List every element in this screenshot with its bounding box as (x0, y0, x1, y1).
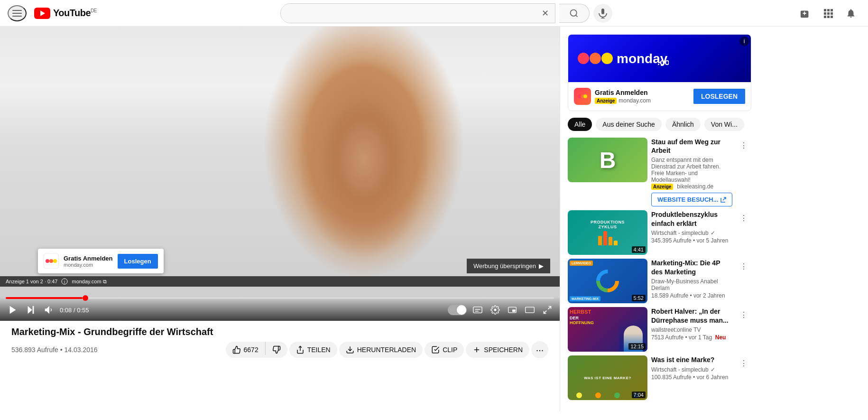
header-right (796, 4, 860, 23)
video-actions: 6672 TEILEN HERUNTERLADEN (226, 341, 548, 358)
sidebar-video-title-0: Stau auf dem Weg zur Arbeit (651, 138, 732, 155)
like-dislike-group: 6672 (226, 342, 287, 358)
sidebar-video-item-2[interactable]: LERNVIDEO MARKETING-MIX 5:52 Marketing-M… (568, 259, 751, 303)
sidebar-ad: i monday .com (568, 34, 751, 111)
thumb-bg-0: B (568, 138, 647, 182)
svg-rect-32 (526, 307, 535, 313)
fullscreen-button[interactable] (541, 303, 554, 317)
sidebar-more-btn-3[interactable]: ⋮ (736, 307, 751, 322)
skip-ad-text: Werbung überspringen (473, 262, 536, 270)
svg-rect-1 (12, 13, 22, 14)
clip-label: CLIP (443, 346, 457, 354)
sidebar-ad-badge: Anzeige (595, 98, 617, 104)
like-count: 6672 (244, 346, 259, 354)
apps-button[interactable] (819, 4, 838, 23)
youtube-logo[interactable]: YouTubeDE (34, 8, 97, 19)
share-button[interactable]: TEILEN (289, 342, 337, 358)
sidebar-more-btn-2[interactable]: ⋮ (736, 259, 751, 274)
svg-rect-13 (831, 12, 833, 15)
theater-mode-button[interactable] (523, 304, 537, 316)
sidebar-video-item-0[interactable]: B Stau auf dem Weg zur Arbeit Ganz entsp… (568, 138, 751, 206)
thumb-marketing-badge: MARKETING-MIX (570, 296, 600, 301)
svg-rect-0 (12, 10, 22, 11)
filter-chevron-button[interactable]: › (748, 117, 751, 132)
filter-tabs: Alle Aus deiner Suche Ähnlich Von Wi... … (568, 117, 751, 132)
miniplayer-button[interactable] (506, 304, 519, 316)
svg-rect-5 (601, 9, 604, 14)
video-title: Marketing-Mix - Grundbegriffe der Wirtsc… (11, 327, 548, 337)
sidebar-video-item-1[interactable]: PRODUKTIONSZYKLUS 4:41 Produktlebenszykl… (568, 210, 751, 255)
thumb-text-4: WAS IST EINE MARKE? (582, 374, 633, 382)
svg-rect-27 (473, 307, 482, 313)
website-visit-button-0[interactable]: WEBSITE BESUCH... (651, 193, 732, 206)
filter-from[interactable]: Von Wi... (704, 118, 744, 131)
ad-banner-info-icon[interactable]: i (739, 37, 749, 46)
download-button[interactable]: HERUNTERLADEN (339, 342, 423, 358)
sidebar-more-btn-4[interactable]: ⋮ (736, 355, 751, 371)
monday-banner-logo: monday .com (574, 44, 669, 73)
hamburger-button[interactable] (8, 5, 27, 21)
sidebar-thumb-2: LERNVIDEO MARKETING-MIX 5:52 (568, 259, 647, 303)
info-icon: i (61, 278, 68, 285)
external-link-icon (720, 197, 726, 203)
video-meta: 536.893 Aufrufe • 14.03.2016 6672 (11, 341, 548, 358)
clip-button[interactable]: CLIP (425, 342, 464, 358)
channel-name-4: Wirtschaft - simpleclub (651, 366, 709, 373)
ad-domain: monday.com (64, 262, 113, 268)
sidebar-video-title-1: Produktlebenszyklus einfach erklärt (651, 210, 732, 227)
dislike-button[interactable] (266, 342, 287, 358)
skip-ad-arrow: ▶ (539, 262, 544, 270)
video-player[interactable]: Gratis Anmelden monday.com Loslegen Werb… (0, 27, 560, 321)
svg-line-33 (548, 307, 551, 309)
svg-point-3 (571, 9, 577, 16)
autoplay-toggle[interactable] (448, 305, 467, 315)
skip-ad-button[interactable]: Werbung überspringen ▶ (467, 259, 550, 273)
sidebar-video-stats-3: 7513 Aufrufe • vor 1 Tag Neu (651, 334, 732, 341)
video-ad-overlay: Gratis Anmelden monday.com Loslegen (38, 249, 164, 273)
dislike-icon (272, 345, 281, 354)
toggle-thumb (457, 305, 466, 315)
thumb-icons-1 (598, 231, 618, 245)
progress-dot (83, 295, 88, 301)
svg-marker-23 (10, 306, 16, 314)
settings-button[interactable] (489, 303, 502, 317)
clip-icon (431, 345, 440, 354)
sidebar-video-item-4[interactable]: WAS IST EINE MARKE? 7:04 Was ist eine Ma… (568, 355, 751, 400)
filter-search[interactable]: Aus deiner Suche (596, 118, 662, 131)
search-clear-button[interactable]: ✕ (536, 4, 555, 23)
play-button[interactable] (6, 303, 20, 317)
sidebar-more-btn-0[interactable]: ⋮ (736, 138, 751, 153)
like-button[interactable]: 6672 (226, 342, 265, 358)
save-button[interactable]: SPEICHERN (466, 342, 529, 358)
sidebar-ad-left: Gratis Anmelden Anzeige monday.com (574, 88, 651, 105)
filter-all[interactable]: Alle (568, 118, 592, 131)
sidebar-video-meta-1: Produktlebenszyklus einfach erklärt Wirt… (651, 210, 732, 255)
sidebar-duration-2: 5:52 (632, 295, 646, 301)
search-bar: marketing ✕ (280, 3, 555, 23)
sidebar-duration-1: 4:41 (632, 246, 646, 253)
ad-loslegen-button[interactable]: Loslegen (118, 254, 158, 269)
volume-button[interactable] (42, 303, 56, 317)
svg-rect-9 (827, 9, 830, 11)
filter-similar[interactable]: Ähnlich (665, 118, 701, 131)
search-button[interactable] (559, 4, 590, 23)
notifications-button[interactable] (841, 4, 860, 23)
time-display: 0:08 / 0:55 (60, 307, 89, 314)
create-button[interactable] (796, 4, 815, 23)
subtitles-button[interactable] (471, 304, 485, 316)
progress-bar[interactable] (6, 297, 554, 299)
sidebar-ad-loslegen-button[interactable]: LOSLEGEN (693, 89, 745, 104)
sidebar-video-item-3[interactable]: HERBST DER HOFFNUNG 12:15 Robert Halver:… (568, 307, 751, 352)
sidebar-video-channel-2: Draw-My-Business Anabel Derlam (651, 278, 732, 291)
voice-search-button[interactable] (593, 4, 612, 23)
video-stats: 536.893 Aufrufe • 14.03.2016 (11, 346, 98, 354)
sidebar-more-btn-1[interactable]: ⋮ (736, 210, 751, 225)
sidebar-ad-info: Gratis Anmelden Anzeige monday.com LOSLE… (568, 82, 751, 111)
svg-point-39 (578, 53, 589, 64)
search-input[interactable]: marketing (281, 4, 536, 23)
next-button[interactable] (24, 303, 38, 317)
svg-rect-31 (512, 309, 516, 312)
sidebar-duration-4: 7:04 (632, 392, 646, 398)
svg-point-18 (46, 259, 49, 263)
more-actions-button[interactable]: ··· (531, 341, 548, 358)
